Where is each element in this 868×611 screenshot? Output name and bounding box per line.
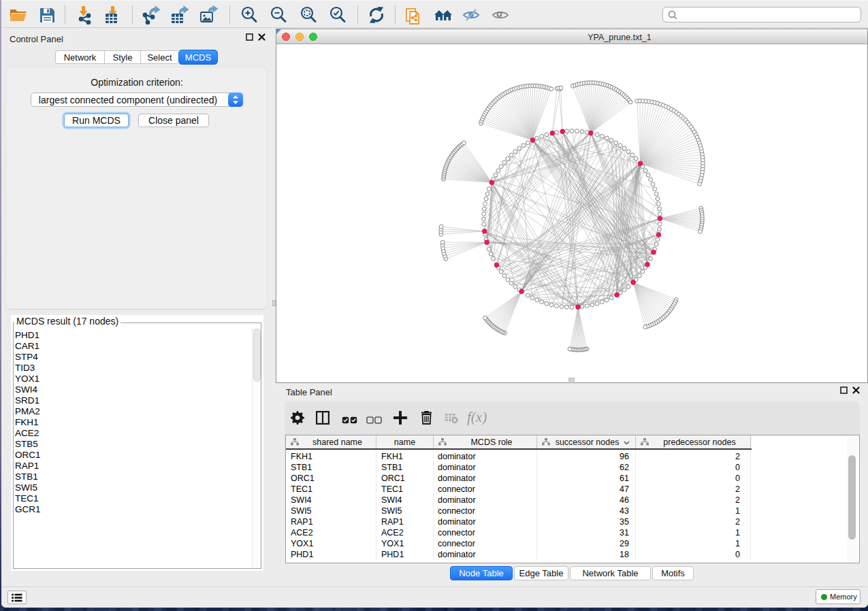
- svg-text:f(x): f(x): [467, 409, 487, 425]
